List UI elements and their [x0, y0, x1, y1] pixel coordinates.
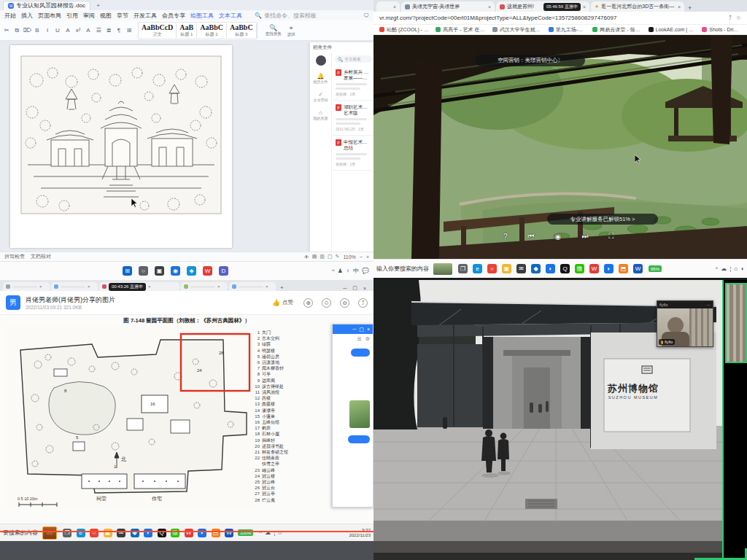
browser-tab-live[interactable]: 00:43:26 直播中 ×: [99, 282, 179, 291]
style-cell[interactable]: AaBbC 标题 2: [197, 23, 227, 38]
view-mode-icon[interactable]: ▢: [328, 254, 333, 260]
document-card[interactable]: P 申报艺术学位论文 总结 模板网 · 1页: [333, 136, 374, 171]
view-mode-icon[interactable]: ✎: [336, 254, 340, 260]
minimize-icon[interactable]: ─: [352, 327, 356, 332]
tray-icon[interactable]: ¦: [729, 265, 731, 272]
taskbar-app-icon[interactable]: D: [219, 266, 228, 276]
taskbar-app-icon[interactable]: ▣: [502, 264, 511, 273]
browser-tab-xingtai-street[interactable]: ★ 逛一逛河北邢台的3D古一条街— ×: [591, 1, 684, 12]
viewer-tool-icon[interactable]: ☺: [322, 298, 331, 308]
bookmark-item[interactable]: 网易云课堂 - 领先...: [592, 26, 641, 34]
tray-icon[interactable]: ⌂: [734, 265, 738, 272]
view-mode-icon[interactable]: ▥: [320, 254, 325, 260]
taskbar-app-icon[interactable]: ▣: [104, 529, 112, 537]
zoom-level[interactable]: 110%: [343, 254, 355, 260]
bookmark-item[interactable]: 站酷 (ZCOOL) - 设...: [379, 26, 429, 34]
viewer-tool-icon[interactable]: ⊕: [303, 298, 313, 308]
window-control-button[interactable]: ▢: [352, 285, 357, 291]
panel-search[interactable]: 🔍 全文检索: [335, 55, 372, 63]
document-card[interactable]: P 乡村振兴 传统村落 发展——关于园林 模板网 · 1页: [333, 66, 374, 101]
view-mode-icon[interactable]: 👁: [304, 254, 309, 260]
taskbar-app-icon[interactable]: e: [77, 529, 85, 537]
bookmark-item[interactable]: 第九工场-首页: [549, 26, 587, 34]
browser-tab-metaverse[interactable]: 美璟元宇宙-美璟世界 ×: [401, 1, 495, 12]
taskbar-app-icon[interactable]: ◗: [144, 529, 152, 537]
taskbar-app-icon[interactable]: e: [473, 264, 482, 273]
wps-menu-item[interactable]: 审阅: [83, 12, 95, 20]
taskbar-app-icon[interactable]: Q: [560, 264, 570, 273]
taskbar-app-icon[interactable]: W: [203, 266, 212, 276]
garden-plan-image[interactable]: 1 5 8 16 24 28 北 祠堂 住宅: [6, 325, 254, 509]
format-icon[interactable]: ☰: [95, 27, 102, 34]
taskbar-app-icon[interactable]: ◈: [187, 266, 196, 276]
taskbar-app-icon[interactable]: Q: [158, 529, 166, 537]
space-marketing-pill[interactable]: 空间营销：美璟营销中心〉: [476, 55, 585, 66]
tray-icon[interactable]: ☁: [721, 265, 727, 272]
taskbar-app-icon[interactable]: ▣: [155, 266, 164, 276]
vr-control-icon[interactable]: ⏭: [581, 232, 588, 241]
desktop-peek-thumbnail[interactable]: [433, 263, 452, 275]
format-icon[interactable]: ¶: [115, 27, 123, 34]
taskbar-app-icon[interactable]: ⬒: [619, 264, 628, 273]
close-tab-icon[interactable]: ×: [393, 4, 396, 9]
taskbar-app-icon[interactable]: ◆: [531, 264, 541, 273]
taskbar-app-icon[interactable]: W: [225, 529, 233, 537]
vr-panorama-view[interactable]: 空间营销：美璟营销中心〉 专业讲解服务已解锁51% > ?⏮◉⏭⛶: [374, 35, 747, 259]
taskbar-app-icon[interactable]: ◗: [546, 264, 555, 273]
panel-header[interactable]: 稻壳文件: [310, 42, 374, 53]
rail-item[interactable]: ✓ 企业空间: [310, 91, 331, 102]
zoom-in-button[interactable]: +: [366, 254, 369, 260]
taskbar-search-box[interactable]: 输入你要搜索的内容: [376, 265, 429, 273]
webcam-overlay[interactable]: flyflo⋯ ▮ flyflo: [657, 300, 713, 347]
format-icon[interactable]: x²: [74, 27, 82, 34]
tray-icon[interactable]: 💬: [362, 268, 369, 274]
format-icon[interactable]: A: [64, 27, 71, 34]
taskbar-app-icon[interactable]: ✉: [516, 264, 526, 273]
vr-control-icon[interactable]: ?: [503, 233, 508, 241]
vr-control-icon[interactable]: ⛶: [608, 232, 614, 241]
tray-icon[interactable]: ^: [715, 265, 718, 272]
maximize-icon[interactable]: ▢: [359, 327, 364, 332]
wps-menu-item[interactable]: 章节: [117, 12, 128, 20]
bookmark-star-icon[interactable]: ☆: [736, 15, 741, 21]
chat-window[interactable]: ─ ▢ × ☰ ⚙: [332, 324, 374, 508]
style-cell[interactable]: AaB 标题 1: [177, 23, 197, 38]
format-icon[interactable]: ✂: [3, 27, 10, 34]
wps-new-tab-button[interactable]: +: [96, 2, 100, 9]
browser-tab-suzhou-live[interactable]: 这就是苏州! 05:46:56 直播中 ×: [496, 1, 589, 12]
toolbar-right-button[interactable]: 🔍 查找替换: [266, 24, 282, 36]
wps-document-tab[interactable]: W 专业认知风景园林报告.doc: [3, 1, 90, 10]
taskbar-app-icon[interactable]: ◗: [198, 529, 206, 537]
taskbar-app-icon[interactable]: 微: [575, 264, 584, 273]
tray-icon[interactable]: ♟: [338, 268, 343, 274]
bookmark-item[interactable]: 高高手 - 艺术 在线...: [436, 26, 485, 34]
tray-icon[interactable]: 中: [353, 267, 359, 275]
tray-icon[interactable]: ^: [332, 268, 335, 274]
wps-tool-menu-item[interactable]: 文本工具: [219, 12, 242, 20]
close-icon[interactable]: ×: [367, 327, 370, 332]
tray-icon[interactable]: ♀: [346, 268, 350, 274]
browser-tab[interactable]: ×: [3, 282, 50, 291]
style-cell[interactable]: AaBbCcD 正文: [139, 23, 177, 38]
viewer-tool-icon[interactable]: ⤴: [358, 298, 368, 308]
rail-item[interactable]: 🔔 稻壳文件: [310, 73, 331, 84]
taskbar-clock[interactable]: 9:32 2022/11/23: [349, 528, 371, 538]
taskbar-app-icon[interactable]: ⬒: [212, 529, 220, 537]
bookmark-item[interactable]: Shots - Dribb...: [702, 27, 741, 32]
close-tab-icon[interactable]: ×: [678, 4, 681, 9]
vr-control-icon[interactable]: ◉: [555, 233, 562, 241]
window-control-button[interactable]: ×: [363, 286, 366, 291]
chat-settings-icon[interactable]: ⚙: [365, 336, 370, 342]
new-tab-button[interactable]: +: [280, 284, 284, 291]
wps-tool-menu-item[interactable]: 绘图工具: [190, 12, 214, 20]
battery-indicator[interactable]: 95%: [649, 265, 662, 272]
taskbar-app-icon[interactable]: ✉: [117, 529, 125, 537]
participant-video-tile[interactable]: [725, 283, 747, 363]
taskbar-app-icon[interactable]: ⊞: [123, 266, 132, 276]
taskbar-search-box[interactable]: 要搜索的内容: [3, 529, 38, 537]
close-tab-icon[interactable]: ×: [488, 4, 491, 9]
tray-icon[interactable]: ◖: [740, 265, 744, 272]
taskbar-app-icon[interactable]: ○: [90, 529, 98, 537]
new-tab-button[interactable]: +: [688, 4, 692, 12]
format-icon[interactable]: ⌦: [23, 27, 31, 34]
